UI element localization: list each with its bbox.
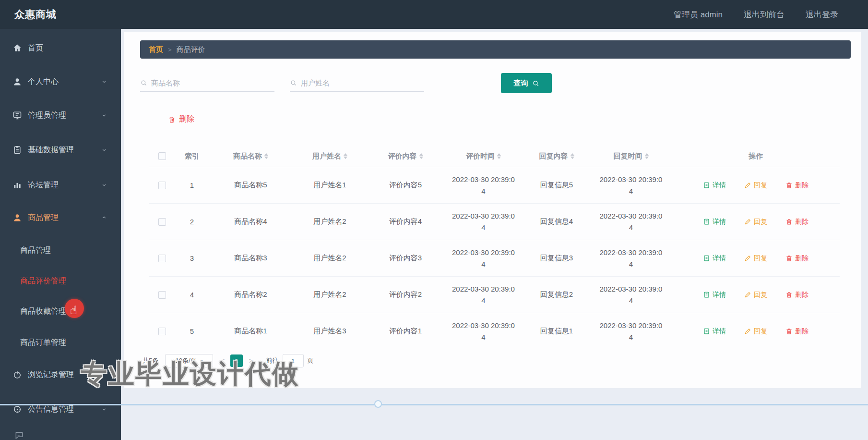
cell-comment-time: 2022-03-30 20:39:04 [452,283,515,306]
detail-button[interactable]: 详情 [703,327,726,336]
detail-button[interactable]: 详情 [703,218,726,226]
monitor-icon [12,110,22,120]
sidebar-subitem-product-management[interactable]: 商品管理 [0,241,121,260]
sort-icon[interactable] [571,153,574,159]
row-checkbox[interactable] [158,291,166,299]
detail-button[interactable]: 详情 [703,254,726,263]
query-button[interactable]: 查询 [501,73,552,93]
chevron-down-icon [101,147,107,153]
breadcrumb-current: 商品评价 [177,45,205,54]
sidebar-subitem-product-order-management[interactable]: 商品订单管理 [0,333,121,352]
compass-icon [12,404,22,414]
logout-link[interactable]: 退出登录 [806,9,838,20]
sort-icon[interactable] [645,153,649,159]
cell-comment: 评价内容4 [367,217,444,226]
delete-button[interactable]: 删除 [785,291,809,299]
cell-reply: 回复信息2 [523,290,590,299]
pen-icon [744,291,751,298]
batch-delete-button[interactable]: 删除 [168,114,194,124]
cell-user: 用户姓名2 [293,290,367,299]
column-header-index: 索引 [175,152,209,161]
sidebar-item-announcement-management[interactable]: 公告信息管理 [0,400,121,419]
sidebar-item-label: 公告信息管理 [28,404,74,415]
row-checkbox[interactable] [158,218,166,226]
sidebar-item-label: 商品订单管理 [20,338,66,348]
trash-icon [168,116,176,123]
user-name-field [290,74,424,92]
sort-icon[interactable] [497,153,501,159]
sidebar-subitem-product-favorite-management[interactable]: 商品收藏管理 [0,302,121,321]
sidebar-item-partial[interactable] [0,426,121,440]
chat-bubble-icon [14,430,24,440]
detail-button[interactable]: 详情 [703,181,726,190]
reply-button[interactable]: 回复 [744,291,767,299]
document-icon [703,291,710,298]
product-name-field [140,74,274,92]
pen-icon [744,182,751,189]
product-name-input[interactable] [151,79,262,87]
column-header-user[interactable]: 用户姓名 [293,152,367,161]
trash-icon [785,218,793,225]
cell-reply: 回复信息1 [523,327,590,336]
sort-icon[interactable] [419,153,423,159]
sidebar-item-basic-data-management[interactable]: 基础数据管理 [0,140,121,159]
cell-comment-time: 2022-03-30 20:39:04 [452,247,515,269]
sidebar-item-product-management[interactable]: 商品管理 [0,208,121,227]
column-header-reply-time[interactable]: 回复时间 [590,152,672,161]
cell-reply-time: 2022-03-30 20:39:04 [599,320,663,342]
document-icon [703,182,710,189]
row-checkbox[interactable] [158,328,166,335]
sidebar-item-label: 商品管理 [20,245,51,256]
review-table: 索引 商品名称 用户姓名 评价内容 评价时间 回复内容 回复时间 操作 1 商品… [149,146,840,349]
reply-button[interactable]: 回复 [744,254,767,263]
trash-icon [785,291,793,298]
sidebar-item-label: 首页 [28,43,43,53]
user-name-input[interactable] [301,79,411,87]
delete-button[interactable]: 删除 [785,254,809,263]
sidebar-item-forum-management[interactable]: 论坛管理 [0,175,121,195]
row-checkbox[interactable] [158,182,166,189]
cell-index: 2 [175,218,209,226]
sort-icon[interactable] [264,153,268,159]
reply-button[interactable]: 回复 [744,181,767,190]
breadcrumb-home-link[interactable]: 首页 [149,45,163,54]
sidebar-subitem-product-review-management[interactable]: 商品评价管理 [0,271,121,291]
column-header-comment-time[interactable]: 评价时间 [444,152,523,161]
pen-icon [744,218,751,225]
sidebar-item-admin-management[interactable]: 管理员管理 [0,106,121,125]
select-all-checkbox[interactable] [158,152,166,160]
delete-button[interactable]: 删除 [785,327,809,336]
column-header-product[interactable]: 商品名称 [209,152,293,161]
table-header-row: 索引 商品名称 用户姓名 评价内容 评价时间 回复内容 回复时间 操作 [149,146,840,167]
column-header-reply[interactable]: 回复内容 [523,152,590,161]
pen-icon [744,328,751,335]
exit-to-front-link[interactable]: 退出到前台 [744,9,785,20]
column-header-comment[interactable]: 评价内容 [367,152,444,161]
cell-index: 1 [175,181,209,189]
delete-button[interactable]: 删除 [785,218,809,226]
batch-delete-label: 删除 [179,114,194,124]
top-header: 众惠商城 管理员 admin 退出到前台 退出登录 [0,0,868,29]
sort-icon[interactable] [344,153,347,159]
hand-cursor-icon: ☝ [70,304,77,317]
search-icon [532,80,539,87]
search-icon [290,79,297,86]
reply-button[interactable]: 回复 [744,327,767,336]
cell-comment-time: 2022-03-30 20:39:04 [452,320,515,342]
cell-user: 用户姓名1 [293,181,367,190]
sidebar-item-label: 浏览记录管理 [28,370,74,380]
admin-user-label[interactable]: 管理员 admin [674,9,723,20]
delete-button[interactable]: 删除 [785,181,809,190]
reply-button[interactable]: 回复 [744,218,767,226]
sidebar-item-personal-center[interactable]: 个人中心 [0,72,121,91]
row-checkbox[interactable] [158,255,166,262]
cell-reply-time: 2022-03-30 20:39:04 [599,283,663,306]
chevron-down-icon [101,112,107,119]
query-button-label: 查询 [514,79,528,88]
cell-reply: 回复信息4 [523,217,590,226]
detail-button[interactable]: 详情 [703,291,726,299]
cell-comment: 评价内容3 [367,254,444,263]
sidebar-item-home[interactable]: 首页 [0,38,121,58]
column-header-actions: 操作 [672,152,840,161]
cell-product: 商品名称1 [209,327,293,336]
